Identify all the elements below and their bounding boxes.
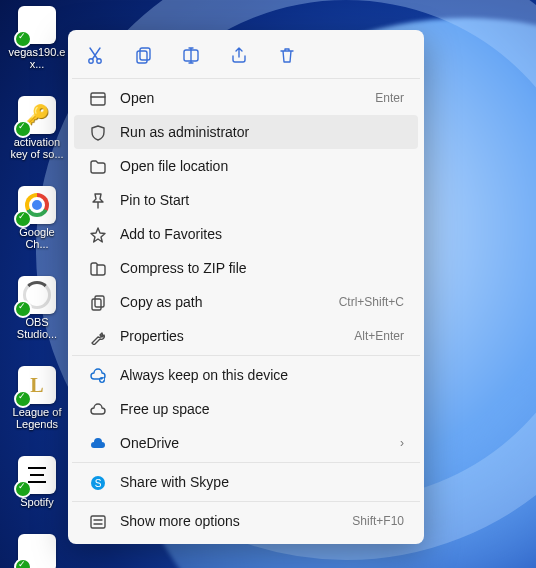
menu-item-run-as-admin[interactable]: Run as administrator xyxy=(74,115,418,149)
cut-button[interactable] xyxy=(84,44,106,66)
delete-button[interactable] xyxy=(276,44,298,66)
open-icon xyxy=(88,89,106,107)
separator xyxy=(72,501,420,502)
desktop-icon-obs[interactable]: OBS Studio... xyxy=(8,276,66,340)
copy-button[interactable] xyxy=(132,44,154,66)
trash-icon xyxy=(277,45,297,65)
menu-label: Always keep on this device xyxy=(120,367,404,383)
vegas-icon xyxy=(18,6,56,44)
menu-label: Copy as path xyxy=(120,294,325,310)
context-menu-toolbar xyxy=(72,36,420,76)
menu-item-onedrive[interactable]: OneDrive › xyxy=(74,426,418,460)
menu-item-open[interactable]: Open Enter xyxy=(74,81,418,115)
icon-label: vegas190.ex... xyxy=(8,46,66,70)
menu-shortcut: Ctrl+Shift+C xyxy=(339,295,404,309)
icon-label: OBS Studio... xyxy=(8,316,66,340)
pin-icon xyxy=(88,191,106,209)
menu-label: Show more options xyxy=(120,513,338,529)
onedrive-icon xyxy=(88,434,106,452)
icon-label: League of Legends xyxy=(8,406,66,430)
menu-label: Open file location xyxy=(120,158,404,174)
desktop-icon-spotify[interactable]: Spotify xyxy=(8,456,66,508)
desktop-icon-extra[interactable] xyxy=(8,534,66,568)
desktop-icon-chrome[interactable]: Google Ch... xyxy=(8,186,66,250)
menu-item-compress[interactable]: Compress to ZIP file xyxy=(74,251,418,285)
svg-text:S: S xyxy=(95,478,102,489)
menu-item-skype[interactable]: S Share with Skype xyxy=(74,465,418,499)
app-icon xyxy=(18,534,56,568)
icon-label: Google Ch... xyxy=(8,226,66,250)
menu-item-properties[interactable]: Properties Alt+Enter xyxy=(74,319,418,353)
svg-rect-11 xyxy=(91,516,105,528)
svg-rect-7 xyxy=(95,296,104,307)
more-icon xyxy=(88,512,106,530)
menu-label: OneDrive xyxy=(120,435,386,451)
shield-icon xyxy=(88,123,106,141)
menu-item-always-keep[interactable]: Always keep on this device xyxy=(74,358,418,392)
share-icon xyxy=(229,45,249,65)
document-icon xyxy=(18,96,56,134)
menu-item-pin-start[interactable]: Pin to Start xyxy=(74,183,418,217)
copy-path-icon xyxy=(88,293,106,311)
menu-item-free-space[interactable]: Free up space xyxy=(74,392,418,426)
menu-label: Run as administrator xyxy=(120,124,404,140)
menu-item-more-options[interactable]: Show more options Shift+F10 xyxy=(74,504,418,538)
spotify-icon xyxy=(18,456,56,494)
skype-icon: S xyxy=(88,473,106,491)
wrench-icon xyxy=(88,327,106,345)
svg-rect-3 xyxy=(140,48,150,60)
zip-icon xyxy=(88,259,106,277)
cut-icon xyxy=(85,45,105,65)
svg-rect-2 xyxy=(137,51,147,63)
menu-label: Add to Favorites xyxy=(120,226,404,242)
lol-icon xyxy=(18,366,56,404)
separator xyxy=(72,462,420,463)
menu-shortcut: Enter xyxy=(375,91,404,105)
separator xyxy=(72,355,420,356)
menu-label: Properties xyxy=(120,328,340,344)
menu-label: Share with Skype xyxy=(120,474,404,490)
icon-label: Spotify xyxy=(20,496,54,508)
cloud-icon xyxy=(88,400,106,418)
context-menu: Open Enter Run as administrator Open fil… xyxy=(68,30,424,544)
star-icon xyxy=(88,225,106,243)
rename-button[interactable] xyxy=(180,44,202,66)
folder-icon xyxy=(88,157,106,175)
menu-label: Free up space xyxy=(120,401,404,417)
share-button[interactable] xyxy=(228,44,250,66)
menu-shortcut: Alt+Enter xyxy=(354,329,404,343)
menu-label: Compress to ZIP file xyxy=(120,260,404,276)
menu-label: Open xyxy=(120,90,361,106)
desktop-icon-vegas[interactable]: vegas190.ex... xyxy=(8,6,66,70)
menu-label: Pin to Start xyxy=(120,192,404,208)
svg-rect-6 xyxy=(92,299,101,310)
chrome-icon xyxy=(18,186,56,224)
desktop[interactable]: vegas190.ex... activation key of so... G… xyxy=(0,0,536,568)
desktop-icon-column: vegas190.ex... activation key of so... G… xyxy=(8,6,72,568)
menu-item-copy-path[interactable]: Copy as path Ctrl+Shift+C xyxy=(74,285,418,319)
icon-label: activation key of so... xyxy=(8,136,66,160)
menu-item-open-location[interactable]: Open file location xyxy=(74,149,418,183)
desktop-icon-lol[interactable]: League of Legends xyxy=(8,366,66,430)
desktop-icon-activation-key[interactable]: activation key of so... xyxy=(8,96,66,160)
obs-icon xyxy=(18,276,56,314)
menu-shortcut: Shift+F10 xyxy=(352,514,404,528)
svg-rect-5 xyxy=(91,93,105,105)
chevron-right-icon: › xyxy=(400,436,404,450)
copy-icon xyxy=(133,45,153,65)
menu-item-favorites[interactable]: Add to Favorites xyxy=(74,217,418,251)
rename-icon xyxy=(181,45,201,65)
separator xyxy=(72,78,420,79)
cloud-keep-icon xyxy=(88,366,106,384)
